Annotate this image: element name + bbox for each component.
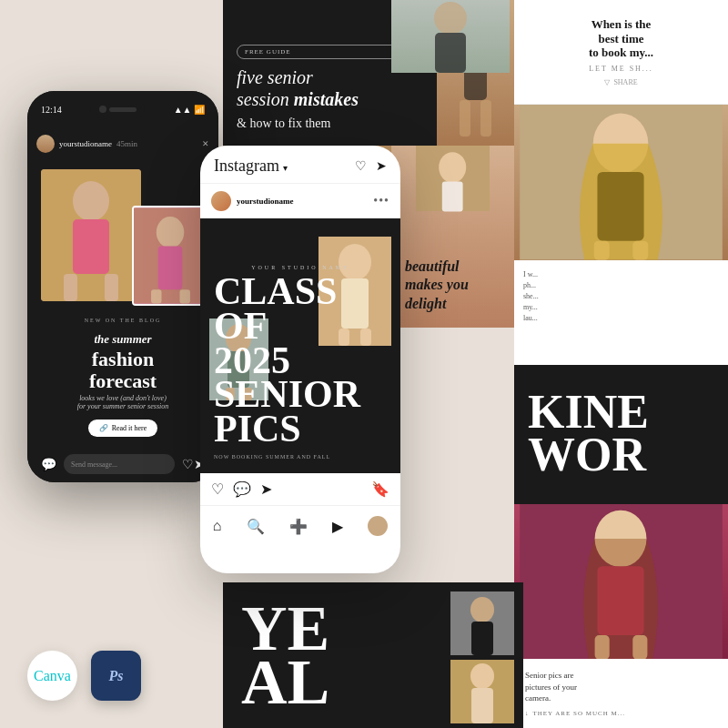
story-avatar [36,135,55,153]
ig-post-user: yourstudioname [211,191,294,211]
read-it-here-button[interactable]: 🔗 Read it here [88,420,158,437]
ig-post-header: yourstudioname ••• [200,184,400,218]
svg-rect-14 [151,289,161,303]
bottom-dark-strip: YEAL [223,582,523,728]
senior-description: Senior pics arepictures of yourcamera. [525,670,717,704]
ig-class-text: CLASS OF2025SENIORPICS [214,275,387,447]
story-main-photo [41,169,141,301]
story-text-area: NEW ON THE BLOG the summer fashionforeca… [27,308,218,446]
ig-header-icons: ♡ ➤ [355,158,387,174]
paper-plane-icon[interactable]: ➤ [376,158,387,174]
phone-bottom-bar: 💬 Send message... ♡ ➤ [27,446,218,482]
svg-rect-2 [460,100,470,136]
tool-badges: Canva Ps [27,651,141,701]
svg-rect-32 [442,182,463,212]
top-right-photo-1 [391,0,510,73]
red-girl-photo [514,504,728,660]
send-placeholder: Send message... [71,460,117,469]
right-panels: When is thebest timeto book my... LET ME… [514,0,728,728]
svg-rect-13 [158,247,183,290]
when-to-book-cta: LET ME SH... [589,65,653,73]
ig-post-text-overlay: YOUR STUDIO NAME CLASS OF2025SENIORPICS … [200,251,400,473]
story-header: yourstudioname 45min ✕ [27,127,218,160]
bottom-thumb-1 [450,592,514,655]
guide-fix: & how to fix them [237,116,330,130]
bottom-thumb-2 [450,660,514,723]
ig-share-icon[interactable]: ➤ [260,480,272,498]
ig-user-avatar [211,191,231,211]
svg-rect-5 [435,33,466,73]
senior-text-panel: Senior pics arepictures of yourcamera. ↓… [514,659,728,728]
heart-notification-icon[interactable]: ♡ [355,158,367,174]
ig-nav: ⌂ 🔍 ➕ ▶ [200,505,400,546]
phone-left[interactable]: 12:14 ▲▲ 📶 yourstudioname 45min ✕ [27,91,218,482]
svg-point-7 [73,181,109,221]
ps-badge: Ps [91,651,141,701]
close-icon[interactable]: ✕ [202,139,209,148]
svg-point-4 [434,2,467,35]
right-text-content: I w...ph...she...my...lau... [523,269,719,324]
svg-point-44 [470,597,494,622]
guide-mistakes: mistakes [294,89,359,109]
ig-header: Instagram ▾ ♡ ➤ [200,146,400,184]
story-image-area [27,160,218,308]
ig-search-icon[interactable]: 🔍 [247,518,265,535]
ig-post-actions: ♡ 💬 ➤ 🔖 [200,473,400,505]
when-to-book-title: When is thebest timeto book my... [589,17,653,60]
svg-rect-15 [180,289,190,303]
story-username: yourstudioname [59,139,112,148]
ig-booking-text: NOW BOOKING SUMMER AND FALL [214,454,387,460]
ig-home-icon[interactable]: ⌂ [213,518,222,534]
guide-title: five seniorsession mistakes & how to fix… [237,66,423,132]
story-label: NEW ON THE BLOG [38,318,207,323]
ig-dropdown-icon[interactable]: ▾ [283,163,288,173]
ig-add-icon[interactable]: ➕ [289,518,308,535]
kind-words-panel: KINEWOR [514,365,728,504]
svg-point-12 [157,217,184,248]
phone-signal-icons: ▲▲ 📶 [174,105,205,115]
beautiful-panel: beautiful makes you delight [391,146,514,328]
send-message-box[interactable]: Send message... [64,454,175,474]
canva-badge: Canva [27,651,77,701]
ig-action-left: ♡ 💬 ➤ [211,480,272,498]
senior-cta: ↓ THEY ARE SO MUCH M... [525,710,717,717]
svg-rect-48 [471,688,493,723]
beautiful-text-overlay: beautiful makes you delight [405,258,500,314]
download-icon: ↓ [525,710,530,717]
story-time-ago: 45min [116,139,137,148]
filter-icon: ▽ [604,78,610,86]
svg-rect-8 [73,219,109,274]
page: FREE GUIDE five seniorsession mistakes &… [0,0,728,728]
phone-status-bar: 12:14 ▲▲ 📶 [27,91,218,127]
right-girl-photo [514,105,728,260]
ig-logo: Instagram [214,157,279,175]
read-label: Read it here [112,424,147,432]
ig-post-image: YOUR STUDIO NAME CLASS OF2025SENIORPICS … [200,218,400,473]
kind-words-text: KINEWOR [528,391,714,477]
share-label: ▽ SHARE [604,78,637,86]
svg-rect-10 [105,274,118,301]
svg-rect-45 [471,622,493,655]
story-italic: the summer [94,332,151,346]
ig-like-icon[interactable]: ♡ [211,480,224,498]
when-to-book-panel: When is thebest timeto book my... LET ME… [514,0,728,105]
ps-label: Ps [109,668,124,684]
beautiful-text: beautiful makes you delight [405,258,500,314]
phone-center[interactable]: Instagram ▾ ♡ ➤ yourstudioname ••• [200,146,400,573]
svg-point-47 [470,663,494,689]
ig-comment-icon[interactable]: 💬 [233,480,251,498]
comment-icon[interactable]: 💬 [41,457,56,472]
ig-bookmark-icon[interactable]: 🔖 [371,480,389,498]
svg-rect-3 [480,100,491,136]
ig-more-icon[interactable]: ••• [373,194,389,208]
phone-time: 12:14 [41,105,62,115]
ig-username: yourstudioname [237,197,294,206]
ig-reels-icon[interactable]: ▶ [332,518,343,535]
heart-icon[interactable]: ♡ [182,457,194,472]
link-icon: 🔗 [99,424,108,432]
bottom-photo-collage [450,592,514,723]
right-text-panel: I w...ph...she...my...lau... [514,260,728,365]
ig-profile-icon[interactable] [368,516,388,536]
bottom-large-text: YEAL [241,602,329,710]
story-title: the summer fashionforecast [38,326,207,392]
